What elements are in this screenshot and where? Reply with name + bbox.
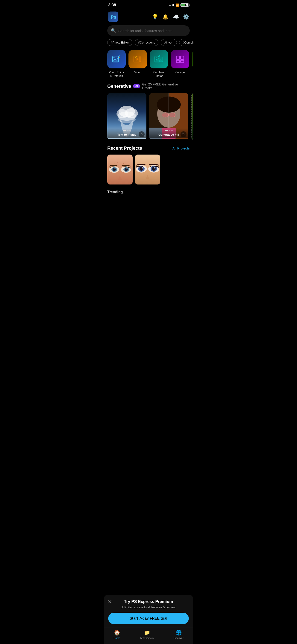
search-input[interactable]	[118, 29, 186, 33]
tool-collage[interactable]: Collage	[171, 50, 189, 78]
chips-row: #Photo Editor #Corrections #Invert #Comb…	[104, 39, 194, 50]
cloud-icon[interactable]: ☁️	[173, 14, 179, 20]
tool-photo-editor[interactable]: Photo Editor& Retouch	[107, 50, 126, 78]
generative-promo: Get 25 FREE Generative Credits!	[142, 82, 190, 90]
gen-card-fill[interactable]: ↻ Generative Fill	[149, 93, 188, 140]
svg-text:+: +	[158, 55, 160, 57]
tool-video-label: Video	[134, 71, 141, 74]
svg-rect-7	[159, 57, 163, 62]
svg-point-49	[114, 164, 115, 164]
search-bar[interactable]: 🔍	[107, 25, 190, 36]
bell-icon[interactable]: 🔔	[162, 14, 168, 20]
svg-rect-11	[176, 60, 180, 63]
tool-photo-editor-icon-box	[107, 50, 126, 68]
tool-combine-icon-box: +	[150, 50, 168, 68]
projects-row	[104, 154, 194, 190]
svg-point-50	[118, 162, 118, 163]
tool-collage-label: Collage	[176, 71, 185, 74]
trending-label: Trending	[104, 190, 194, 197]
gen-card-text-to-image[interactable]: ↻ Text to Image	[107, 93, 146, 140]
chip-corrections[interactable]: #Corrections	[135, 39, 159, 46]
tool-video[interactable]: Video	[128, 50, 147, 78]
gen-card-expand-label: Generative Expand	[192, 128, 194, 138]
svg-point-56	[114, 168, 115, 169]
lightbulb-icon[interactable]: 💡	[152, 14, 158, 20]
recent-projects-title: Recent Projects	[107, 146, 142, 151]
ai-badge: AI	[133, 84, 140, 88]
svg-point-65	[142, 168, 143, 168]
svg-point-60	[126, 168, 127, 169]
status-bar: 3:38 📶 51	[104, 0, 194, 9]
battery-icon: 51	[180, 4, 189, 7]
recent-projects-header: Recent Projects All Projects	[104, 146, 194, 154]
gen-card-expand[interactable]: « » Generative Expand	[191, 93, 194, 140]
gen-card-text-to-image-label: Text to Image	[107, 128, 146, 138]
tool-camera-icon-box	[192, 50, 194, 68]
svg-point-22	[118, 116, 136, 123]
tool-collage-icon-box	[171, 50, 189, 68]
svg-point-31	[169, 113, 176, 117]
svg-point-30	[162, 113, 168, 117]
project-thumb-2[interactable]	[135, 154, 160, 184]
search-icon: 🔍	[111, 28, 116, 33]
svg-point-52	[127, 164, 127, 164]
svg-rect-9	[176, 56, 180, 60]
chip-photo-editor[interactable]: #Photo Editor	[107, 39, 132, 46]
svg-point-59	[124, 168, 128, 171]
all-projects-link[interactable]: All Projects	[172, 146, 190, 150]
svg-point-69	[154, 168, 156, 168]
status-time: 3:38	[108, 3, 116, 7]
generative-section-header: Generative AI Get 25 FREE Generative Cre…	[104, 82, 194, 93]
tool-combine-label: CombinePhotos	[153, 71, 164, 78]
svg-point-2	[114, 57, 115, 58]
svg-rect-10	[180, 56, 184, 60]
signal-icon	[169, 4, 174, 6]
app-logo[interactable]: Ps	[108, 12, 118, 22]
generative-cards: ↻ Text to Image	[104, 93, 194, 146]
status-icons: 📶 51	[169, 4, 189, 7]
svg-marker-4	[136, 58, 139, 60]
gen-card-fill-label: Generative Fill	[149, 128, 188, 138]
wifi-icon: 📶	[176, 4, 179, 7]
tool-combine-photos[interactable]: + CombinePhotos	[150, 50, 168, 78]
svg-point-55	[112, 168, 116, 171]
tool-camera[interactable]: Camera	[192, 50, 194, 78]
tool-photo-editor-label: Photo Editor& Retouch	[109, 71, 124, 78]
header-icons: 💡 🔔 ☁️ ⚙️	[152, 14, 189, 20]
svg-point-6	[156, 57, 156, 58]
svg-point-51	[123, 163, 124, 164]
chip-combining[interactable]: #Combining Photos	[179, 39, 194, 46]
tools-row: Photo Editor& Retouch Video	[104, 50, 194, 82]
app-header: Ps 💡 🔔 ☁️ ⚙️	[104, 9, 194, 25]
chip-invert[interactable]: #Invert	[161, 39, 177, 46]
svg-text:Ps: Ps	[111, 14, 116, 20]
settings-icon[interactable]: ⚙️	[183, 14, 189, 20]
project-thumb-1[interactable]	[107, 154, 132, 184]
generative-title: Generative	[107, 84, 131, 89]
svg-rect-12	[180, 60, 184, 63]
tool-video-icon-box	[128, 50, 147, 68]
